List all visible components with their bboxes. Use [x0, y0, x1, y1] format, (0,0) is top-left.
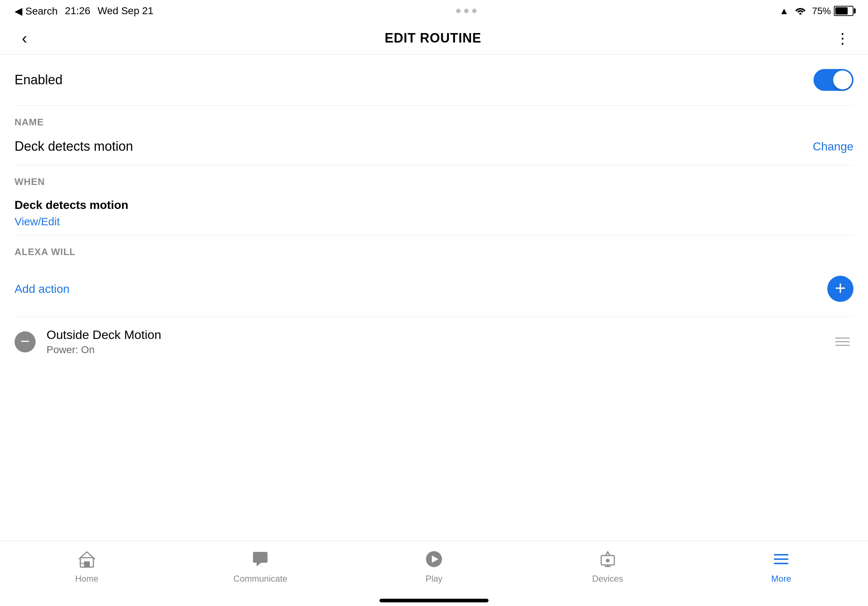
action-left: − Outside Deck Motion Power: On — [14, 328, 161, 356]
name-row: Deck detects motion Change — [14, 131, 854, 165]
actions-list: − Outside Deck Motion Power: On — [14, 317, 854, 366]
enabled-toggle[interactable] — [814, 69, 854, 91]
enabled-row: Enabled — [14, 54, 854, 106]
main-content: Enabled NAME Deck detects motion Change … — [0, 54, 868, 541]
dot-3 — [472, 9, 476, 13]
when-content: Deck detects motion View/Edit — [14, 191, 854, 235]
nav-bar: ‹ EDIT ROUTINE ⋮ — [0, 22, 868, 54]
add-action-row: Add action + — [14, 269, 854, 309]
status-left: ◀ Search 21:26 Wed Sep 21 — [14, 5, 153, 17]
svg-rect-2 — [84, 561, 90, 567]
routine-name: Deck detects motion — [14, 139, 133, 154]
status-right: ▲ 75% — [779, 5, 854, 17]
drag-line-3 — [835, 345, 850, 346]
wifi-icon — [795, 5, 806, 17]
play-tab-label: Play — [426, 574, 443, 584]
when-trigger-title: Deck detects motion — [14, 198, 854, 212]
name-section-label: NAME — [14, 106, 854, 131]
alexa-will-section: ALEXA WILL Add action + — [14, 235, 854, 317]
more-menu-button[interactable]: ⋮ — [832, 31, 854, 45]
tab-home[interactable]: Home — [0, 548, 174, 584]
location-icon: ▲ — [779, 5, 789, 17]
remove-action-button[interactable]: − — [14, 331, 36, 352]
name-section: NAME Deck detects motion Change — [14, 106, 854, 165]
page-title: EDIT ROUTINE — [384, 31, 481, 46]
alexa-will-label: ALEXA WILL — [14, 235, 854, 261]
svg-point-0 — [799, 13, 801, 14]
back-button[interactable]: ‹ — [14, 29, 34, 47]
svg-rect-3 — [80, 563, 84, 564]
add-action-circle-button[interactable]: + — [827, 276, 854, 302]
view-edit-button[interactable]: View/Edit — [14, 215, 60, 227]
action-name: Outside Deck Motion — [46, 328, 161, 342]
date-label: Wed Sep 21 — [98, 5, 154, 17]
more-tab-label: More — [771, 574, 791, 584]
action-detail: Power: On — [46, 344, 161, 356]
drag-handle[interactable] — [832, 334, 854, 349]
toggle-thumb — [833, 71, 852, 90]
action-item: − Outside Deck Motion Power: On — [14, 317, 854, 366]
more-tab-icon — [770, 548, 792, 570]
tab-more[interactable]: More — [694, 548, 868, 584]
battery-percent: 75% — [812, 5, 831, 17]
plus-icon: + — [835, 279, 846, 298]
status-center — [456, 9, 476, 13]
time-label: 21:26 — [65, 5, 90, 17]
alexa-will-content: Add action + — [14, 261, 854, 317]
bottom-pill — [380, 599, 488, 602]
dot-2 — [464, 9, 468, 13]
communicate-tab-label: Communicate — [233, 574, 287, 584]
devices-tab-label: Devices — [592, 574, 623, 584]
status-bar: ◀ Search 21:26 Wed Sep 21 ▲ 75% — [0, 0, 868, 22]
when-section-label: WHEN — [14, 165, 854, 191]
action-info: Outside Deck Motion Power: On — [46, 328, 161, 356]
home-icon — [76, 548, 98, 570]
tab-bar: Home Communicate Play — [0, 541, 868, 606]
dot-1 — [456, 9, 460, 13]
add-action-button[interactable]: Add action — [14, 282, 70, 296]
when-section: WHEN Deck detects motion View/Edit — [14, 165, 854, 235]
battery-indicator: 75% — [812, 5, 854, 17]
enabled-label: Enabled — [14, 72, 62, 88]
svg-point-8 — [606, 559, 609, 563]
play-icon — [423, 548, 445, 570]
battery-icon — [834, 6, 854, 16]
tab-play[interactable]: Play — [347, 548, 521, 584]
tab-devices[interactable]: Devices — [521, 548, 694, 584]
drag-line-2 — [835, 341, 850, 342]
change-name-button[interactable]: Change — [813, 140, 854, 153]
minus-icon: − — [20, 333, 30, 349]
home-tab-label: Home — [75, 574, 99, 584]
tab-communicate[interactable]: Communicate — [174, 548, 347, 584]
search-label[interactable]: ◀ Search — [14, 5, 58, 17]
communicate-icon — [250, 548, 271, 570]
devices-icon — [597, 548, 618, 570]
drag-line-1 — [835, 337, 850, 339]
